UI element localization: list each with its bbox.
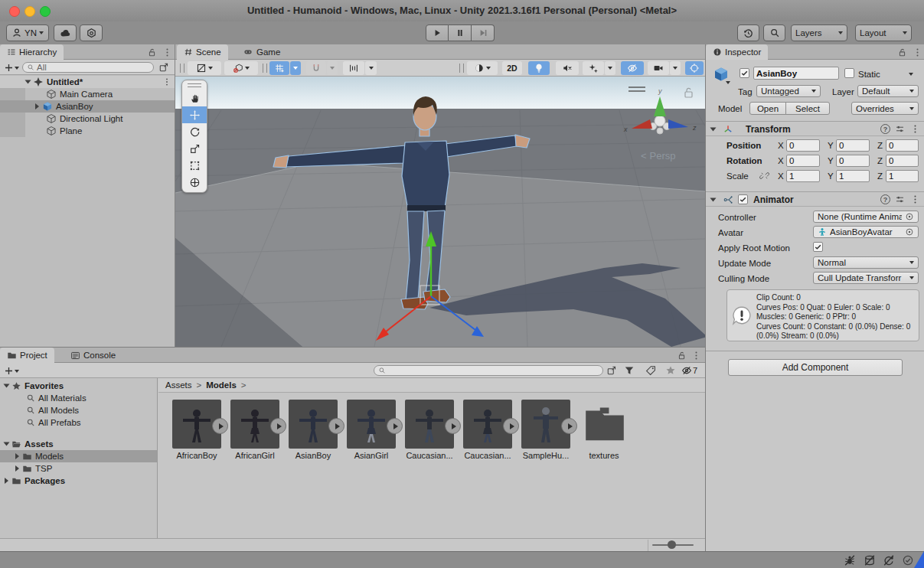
kebab-menu-icon[interactable] (910, 194, 920, 204)
draw-mode-dropdown[interactable] (188, 61, 221, 75)
tab-hierarchy[interactable]: Hierarchy (0, 44, 64, 60)
scene-camera-button[interactable] (648, 61, 669, 75)
kebab-menu-icon[interactable] (162, 77, 171, 87)
plastic-scm-button[interactable] (80, 24, 103, 41)
scene-effects-button[interactable] (583, 61, 604, 75)
expand-icon[interactable] (5, 478, 8, 484)
hierarchy-item-plane[interactable]: Plane (0, 125, 175, 137)
transform-tool-button[interactable] (182, 174, 207, 191)
static-dropdown-icon[interactable] (909, 73, 913, 76)
progress-check-icon[interactable] (902, 554, 914, 566)
layers-dropdown[interactable]: Layers (791, 24, 847, 41)
rotation-z-field[interactable] (886, 155, 919, 167)
presets-icon[interactable] (895, 194, 905, 204)
kebab-menu-icon[interactable] (162, 47, 172, 57)
preview-play-button[interactable] (270, 418, 286, 434)
search-by-label-icon[interactable] (645, 365, 656, 376)
search-by-type-icon[interactable] (624, 365, 635, 376)
breadcrumb-current[interactable]: Models (206, 380, 237, 390)
create-plus-button[interactable] (4, 366, 14, 376)
apply-root-motion-checkbox[interactable] (813, 242, 823, 252)
expand-icon[interactable] (15, 453, 19, 459)
grid-visibility-button[interactable] (269, 61, 289, 75)
account-dropdown[interactable]: YN (6, 24, 49, 41)
hierarchy-search-field[interactable]: All (22, 62, 154, 73)
kebab-menu-icon[interactable] (913, 47, 922, 57)
preview-play-button[interactable] (561, 418, 577, 434)
gizmo-drag-handle[interactable] (629, 87, 645, 91)
position-y-field[interactable] (836, 139, 870, 152)
scale-tool-button[interactable] (182, 140, 207, 157)
foldout-icon[interactable] (4, 384, 10, 388)
tab-scene[interactable]: Scene (177, 44, 228, 60)
project-search-field[interactable] (374, 365, 603, 376)
layout-dropdown[interactable]: Layout (855, 24, 912, 41)
controller-object-field[interactable]: None (Runtime Anima (813, 211, 919, 223)
prefab-cube-icon[interactable] (712, 66, 730, 83)
create-dropdown-icon[interactable] (15, 370, 19, 373)
help-icon[interactable]: ? (880, 194, 890, 204)
tree-favorites[interactable]: Favorites (0, 380, 157, 392)
foldout-icon[interactable] (25, 80, 31, 84)
breadcrumb-root[interactable]: Assets (165, 380, 192, 390)
create-plus-button[interactable] (4, 63, 14, 73)
kebab-menu-icon[interactable] (691, 351, 701, 361)
foldout-icon[interactable] (710, 198, 717, 202)
lock-icon[interactable] (897, 47, 907, 57)
lock-icon[interactable] (677, 351, 687, 361)
culling-mode-dropdown[interactable]: Cull Update Transforr (813, 272, 919, 284)
overrides-dropdown[interactable]: Overrides (851, 102, 919, 115)
lock-icon[interactable] (147, 47, 157, 57)
hierarchy-item-main-camera[interactable]: Main Camera (0, 88, 175, 100)
picker-icon[interactable] (606, 365, 617, 376)
cloud-button[interactable] (54, 24, 77, 41)
gizmos-button[interactable] (685, 61, 704, 75)
static-checkbox[interactable] (844, 68, 854, 78)
avatar-object-field[interactable]: AsianBoyAvatar (813, 226, 919, 238)
scale-y-field[interactable] (836, 170, 870, 182)
snap-increment-dropdown[interactable] (365, 61, 377, 75)
tree-all-materials[interactable]: All Materials (0, 392, 157, 404)
tag-dropdown[interactable]: Untagged (756, 85, 821, 97)
step-button[interactable] (472, 24, 495, 41)
lock-icon[interactable] (685, 88, 692, 97)
layer-dropdown[interactable]: Default (857, 85, 919, 97)
auto-refresh-disabled-icon[interactable] (883, 554, 895, 566)
create-dropdown-icon[interactable] (15, 67, 19, 70)
snap-toggle-dropdown[interactable] (327, 61, 338, 75)
gizmo-y-cone[interactable] (654, 96, 666, 116)
tree-tsp-folder[interactable]: TSP (0, 462, 157, 475)
object-name-field[interactable] (753, 67, 839, 80)
move-tool-button[interactable] (182, 106, 207, 123)
resize-grip[interactable] (914, 551, 924, 568)
animator-header[interactable]: Animator ? (706, 191, 924, 207)
expand-icon[interactable] (35, 103, 39, 109)
presets-icon[interactable] (895, 124, 905, 134)
preview-play-button[interactable] (328, 418, 344, 434)
tab-project[interactable]: Project (0, 348, 54, 363)
help-icon[interactable]: ? (880, 124, 890, 134)
tab-console[interactable]: Console (64, 348, 122, 363)
palette-drag-handle[interactable] (182, 80, 207, 90)
position-z-field[interactable] (886, 139, 919, 152)
foldout-icon[interactable] (4, 442, 10, 446)
preview-play-button[interactable] (212, 418, 228, 434)
thumbnail-size-slider-knob[interactable] (668, 540, 676, 549)
tab-inspector[interactable]: Inspector (706, 44, 768, 60)
tree-packages[interactable]: Packages (0, 475, 157, 487)
rotation-y-field[interactable] (836, 155, 870, 167)
active-checkbox[interactable] (740, 68, 749, 78)
scale-x-field[interactable] (786, 170, 820, 182)
gizmo-x-cone[interactable] (632, 119, 652, 129)
scene-camera-dropdown[interactable] (670, 61, 681, 75)
orientation-gizmo[interactable]: y x z (619, 81, 704, 135)
scale-z-field[interactable] (886, 170, 919, 182)
tree-all-prefabs[interactable]: All Prefabs (0, 416, 157, 429)
grid-visibility-dropdown[interactable] (290, 61, 301, 75)
update-mode-dropdown[interactable]: Normal (813, 256, 919, 269)
favorites-star-icon[interactable] (665, 365, 676, 376)
transform-header[interactable]: Transform ? (706, 121, 924, 136)
kebab-menu-icon[interactable] (910, 124, 920, 134)
hierarchy-item-asianboy[interactable]: AsianBoy (0, 100, 175, 113)
object-picker-icon[interactable] (905, 227, 914, 237)
